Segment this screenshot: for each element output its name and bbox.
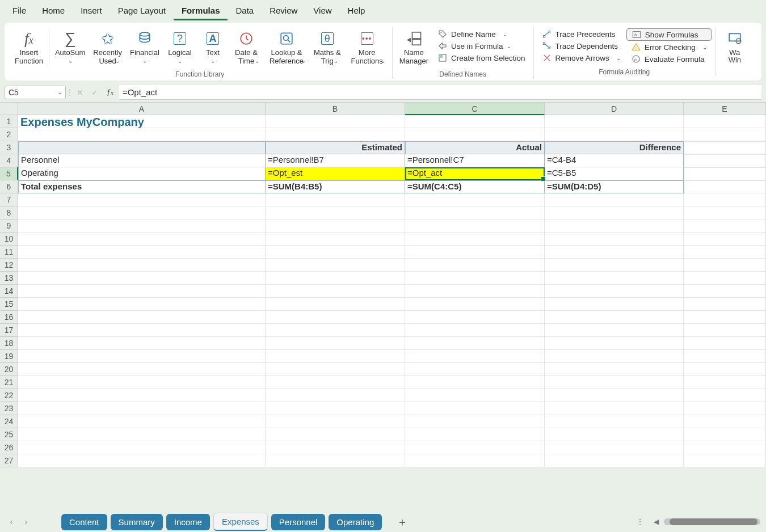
error-checking-button[interactable]: ! Error Checking ⌄ (626, 41, 712, 53)
cell-a1[interactable]: Expenses MyCompany (18, 115, 266, 128)
sheet-tab-content[interactable]: Content (61, 514, 107, 530)
use-formula-icon (437, 41, 448, 50)
formula-input[interactable]: =Opt_act (119, 85, 761, 100)
col-header-b[interactable]: B (266, 103, 405, 115)
recently-used-button[interactable]: ✩ Recently Used ⌄ (90, 27, 125, 65)
cell-b5[interactable]: =Opt_est (266, 167, 405, 180)
svg-point-3 (284, 36, 289, 41)
row-header-6[interactable]: 6 (0, 180, 18, 193)
menu-review[interactable]: Review (262, 2, 305, 20)
date-time-button[interactable]: Date & Time ⌄ (230, 27, 263, 65)
create-from-selection-button[interactable]: Create from Selection (433, 52, 530, 64)
cell-d1[interactable] (545, 115, 684, 128)
text-button[interactable]: A Text ⌄ (197, 27, 229, 65)
autosum-button[interactable]: ∑ AutoSum ⌄ (52, 27, 89, 65)
hscroll-left[interactable]: ◀ (652, 518, 660, 526)
menu-help[interactable]: Help (340, 2, 373, 20)
show-formulas-button[interactable]: fx Show Formulas (626, 28, 712, 41)
name-box[interactable]: C5 ⌄ (5, 86, 66, 99)
ribbon-group-defined-names: Name Manager Define Name ⌄ Use in Formul… (393, 27, 534, 78)
watch-icon (727, 28, 742, 49)
sheet-tab-operating[interactable]: Operating (329, 514, 382, 530)
cell-d3[interactable]: Difference (545, 141, 684, 154)
ribbon-group-function-library: fx Insert Function ∑ AutoSum ⌄ ✩ Recentl… (8, 27, 393, 78)
menu-file[interactable]: File (5, 2, 34, 20)
cell-b3[interactable]: Estimated (266, 141, 405, 154)
tab-options-button[interactable]: ⋮ (632, 517, 649, 526)
insert-function-button[interactable]: fx Insert Function (11, 27, 47, 67)
sheet-tab-income[interactable]: Income (166, 514, 210, 530)
remove-arrows-button[interactable]: Remove Arrows ⌄ (537, 52, 625, 64)
row-header-4[interactable]: 4 (0, 154, 18, 167)
menu-view[interactable]: View (305, 2, 339, 20)
row-1: 1 Expenses MyCompany (0, 115, 766, 128)
row-header-1[interactable]: 1 (0, 115, 18, 128)
confirm-edit-button[interactable]: ✓ (89, 86, 101, 99)
col-header-e[interactable]: E (684, 103, 766, 115)
cell-e1[interactable] (684, 115, 766, 128)
svg-point-0 (140, 32, 149, 36)
cell-a5[interactable]: Operating (18, 167, 266, 180)
col-header-c[interactable]: C (405, 103, 545, 115)
ribbon-group-watch: Wa Win (716, 27, 754, 66)
watch-window-button[interactable]: Wa Win (719, 27, 751, 66)
row-header-3[interactable]: 3 (0, 141, 18, 154)
cell-b4[interactable]: =Personnel!B7 (266, 154, 405, 167)
menu-insert[interactable]: Insert (73, 2, 110, 20)
horizontal-scrollbar[interactable] (664, 518, 760, 525)
cancel-edit-button[interactable]: ✕ (74, 86, 86, 99)
add-sheet-button[interactable]: ＋ (397, 514, 408, 530)
spreadsheet[interactable]: A B C D E 1 Expenses MyCompany 2 3 Estim… (0, 102, 766, 467)
sheet-tab-personnel[interactable]: Personnel (271, 514, 326, 530)
cell-d4[interactable]: =C4-B4 (545, 154, 684, 167)
row-6: 6 Total expenses =SUM(B4:B5) =SUM(C4:C5)… (0, 180, 766, 193)
menu-page-layout[interactable]: Page Layout (110, 2, 174, 20)
menu-formulas[interactable]: Formulas (174, 2, 228, 20)
cell-d6[interactable]: =SUM(D4:D5) (545, 180, 684, 193)
show-formulas-icon: fx (632, 30, 642, 39)
menu-home[interactable]: Home (34, 2, 73, 20)
logical-button[interactable]: ? Logical ⌄ (164, 27, 196, 65)
svg-text:fx: fx (634, 58, 637, 61)
cell-a4[interactable]: Personnel (18, 154, 266, 167)
financial-button[interactable]: Financial ⌄ (127, 27, 163, 65)
trace-dependents-button[interactable]: Trace Dependents (537, 40, 625, 52)
row-header-2[interactable]: 2 (0, 128, 18, 141)
cell-b1[interactable] (266, 115, 405, 128)
cell-c4[interactable]: =Personnel!C7 (405, 154, 545, 167)
col-header-d[interactable]: D (545, 103, 684, 115)
cell-d5[interactable]: =C5-B5 (545, 167, 684, 180)
row-5: 5 Operating =Opt_est =Opt_act =C5-B5 (0, 167, 766, 180)
row-3: 3 Estimated Actual Difference (0, 141, 766, 154)
cell-a6[interactable]: Total expenses (18, 180, 266, 193)
col-header-a[interactable]: A (18, 103, 266, 115)
trace-precedents-button[interactable]: Trace Precedents (537, 28, 625, 40)
cell-b6[interactable]: =SUM(B4:B5) (266, 180, 405, 193)
use-in-formula-button[interactable]: Use in Formula ⌄ (433, 40, 530, 52)
evaluate-formula-button[interactable]: fx Evaluate Formula (626, 53, 712, 65)
trace-dependents-icon (542, 41, 552, 50)
name-manager-button[interactable]: Name Manager (396, 27, 432, 67)
cell-c5[interactable]: =Opt_act (405, 167, 545, 180)
sigma-icon: ∑ (65, 28, 76, 49)
sheet-tab-expenses[interactable]: Expenses (213, 513, 268, 531)
maths-trig-button[interactable]: θ Maths & Trig ⌄ (310, 27, 344, 65)
group-label-formula-auditing: Formula Auditing (599, 68, 650, 76)
lookup-reference-button[interactable]: Lookup & Reference ⌄ (264, 27, 309, 65)
sheet-tabs: ‹ › Content Summary Income Expenses Pers… (0, 512, 766, 532)
tag-icon (437, 29, 448, 39)
fx-label-icon[interactable]: ƒx (103, 88, 117, 97)
sheet-tab-summary[interactable]: Summary (111, 514, 163, 530)
cell-a3[interactable] (18, 141, 266, 154)
menu-data[interactable]: Data (228, 2, 262, 20)
tab-nav-prev[interactable]: ‹ (6, 517, 17, 526)
name-box-dropdown-icon[interactable]: ⌄ (57, 89, 62, 95)
select-all-corner[interactable] (0, 103, 18, 115)
more-functions-button[interactable]: ••• More Functions ⌄ (346, 27, 389, 65)
define-name-button[interactable]: Define Name ⌄ (433, 28, 530, 40)
cell-c1[interactable] (405, 115, 545, 128)
cell-c6[interactable]: =SUM(C4:C5) (405, 180, 545, 193)
tab-nav-next[interactable]: › (20, 517, 32, 526)
row-header-5[interactable]: 5 (0, 167, 18, 180)
cell-c3[interactable]: Actual (405, 141, 545, 154)
